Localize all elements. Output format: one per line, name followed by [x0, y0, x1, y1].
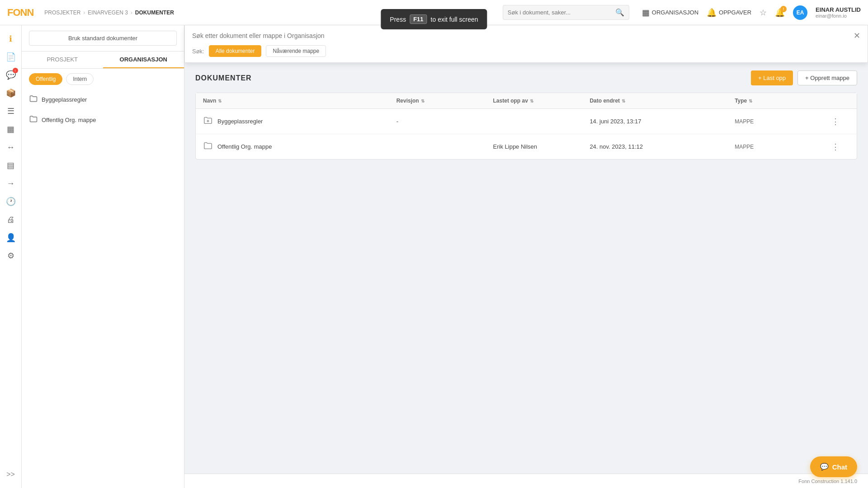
- toast-suffix: to exit full screen: [431, 16, 478, 23]
- row-name: Offentlig Org. mappe: [217, 143, 272, 150]
- search-overlay: ✕ Søk: Alle dokumenter Nåværende mappe: [184, 25, 868, 63]
- toast-key: F11: [410, 14, 427, 24]
- col-date-modified[interactable]: Dato endret ⇅: [590, 98, 735, 104]
- upload-button[interactable]: + Last opp: [751, 70, 793, 85]
- nav-actions: ▦ ORGANISASJON 🔔 OPPGAVER ☆ 🔔 ! EA EINAR…: [642, 5, 861, 20]
- sidebar-item-user[interactable]: 👤: [3, 230, 19, 246]
- col-actions: [831, 98, 849, 104]
- tab-bar: PROSJEKT ORGANISASJON: [22, 52, 184, 69]
- std-docs-button[interactable]: Bruk standard dokumenter: [29, 31, 177, 46]
- filter-offentlig[interactable]: Offentlig: [29, 73, 62, 85]
- filter-row: Offentlig Intern: [22, 69, 184, 89]
- table-row[interactable]: Offentlig Org. mappe Erik Lippe Nilsen 2…: [196, 134, 857, 159]
- sidebar-item-settings[interactable]: ⚙: [3, 248, 19, 264]
- org-button[interactable]: ▦ ORGANISASJON: [642, 8, 698, 18]
- sort-icon-revision: ⇅: [421, 99, 425, 103]
- row-more[interactable]: ⋮: [831, 142, 849, 152]
- documents-table: Navn ⇅ Revisjon ⇅ Lastet opp av ⇅ Dato e…: [195, 93, 857, 160]
- tasks-button[interactable]: 🔔 OPPGAVER: [707, 8, 751, 18]
- sidebar-item-list[interactable]: ☰: [3, 103, 19, 119]
- docs-title: DOKUMENTER: [195, 74, 252, 82]
- tab-organisasjon[interactable]: ORGANISASJON: [103, 52, 184, 68]
- table-header: Navn ⇅ Revisjon ⇅ Lastet opp av ⇅ Dato e…: [196, 93, 857, 109]
- row-more[interactable]: ⋮: [831, 117, 849, 127]
- chat-button[interactable]: 💬 Chat: [810, 456, 857, 477]
- sort-icon-name: ⇅: [218, 99, 222, 103]
- favorites-button[interactable]: ☆: [760, 8, 767, 18]
- col-name[interactable]: Navn ⇅: [203, 98, 396, 104]
- row-date-modified: 14. juni 2023, 13:17: [590, 118, 735, 125]
- sidebar-item-login[interactable]: →: [3, 175, 19, 192]
- chat-label: Chat: [832, 463, 847, 471]
- list-item-name: Byggeplassregler: [42, 96, 87, 103]
- user-email: einar@fonn.io: [816, 13, 861, 19]
- row-name-cell: Offentlig Org. mappe: [203, 141, 396, 153]
- col-uploaded-by[interactable]: Lastet opp av ⇅: [493, 98, 590, 104]
- sidebar-item-packages[interactable]: 📦: [3, 85, 19, 101]
- row-uploaded-by: Erik Lippe Nilsen: [493, 143, 590, 150]
- sort-icon-uploaded: ⇅: [530, 99, 533, 103]
- tasks-label: OPPGAVER: [719, 9, 751, 16]
- breadcrumb-einarvegen[interactable]: EINARVEGEN 3: [88, 9, 127, 16]
- breadcrumb: PROSJEKTER › EINARVEGEN 3 › DOKUMENTER: [44, 9, 174, 16]
- row-name-cell: Byggeplassregler: [203, 115, 396, 127]
- col-revision[interactable]: Revisjon ⇅: [396, 98, 493, 104]
- search-all-docs-button[interactable]: Alle dokumenter: [209, 45, 262, 57]
- global-search-input[interactable]: [508, 9, 612, 16]
- main-content: DOKUMENTER + Last opp + Opprett mappe Na…: [184, 25, 868, 488]
- org-icon: ▦: [642, 8, 650, 18]
- sidebar-item-docs[interactable]: 📄: [3, 49, 19, 65]
- sidebar: ℹ 📄 💬 ! 📦 ☰ ▦ ↔ ▤ → 🕐 🖨 👤 ⚙ >>: [0, 25, 22, 488]
- fullscreen-toast: Press F11 to exit full screen: [381, 9, 487, 29]
- sidebar-item-history[interactable]: 🕐: [3, 193, 19, 210]
- sidebar-item-chat[interactable]: 💬 !: [3, 67, 19, 83]
- folder-icon-byggeplassregler: [29, 94, 38, 105]
- table-row[interactable]: Byggeplassregler - 14. juni 2023, 13:17 …: [196, 109, 857, 134]
- search-label: Søk:: [192, 48, 204, 55]
- user-info: EINAR AUSTLID einar@fonn.io: [816, 6, 861, 19]
- row-folder-icon: [203, 141, 213, 153]
- second-panel: Bruk standard dokumenter PROSJEKT ORGANI…: [22, 25, 184, 488]
- row-type: MAPPE: [735, 144, 831, 150]
- sidebar-item-info[interactable]: ℹ: [3, 31, 19, 47]
- list-item-name: Offentlig Org. mappe: [42, 117, 96, 123]
- sort-icon-date: ⇅: [622, 99, 625, 103]
- search-overlay-input[interactable]: [192, 32, 849, 39]
- filter-intern[interactable]: Intern: [66, 73, 94, 85]
- row-more-button[interactable]: ⋮: [831, 142, 840, 152]
- user-name: EINAR AUSTLID: [816, 6, 861, 13]
- panel-actions: Bruk standard dokumenter: [22, 25, 184, 52]
- sidebar-expand-button[interactable]: >>: [3, 466, 19, 483]
- tasks-icon: 🔔: [707, 8, 717, 18]
- toast-prefix: Press: [390, 16, 406, 23]
- chat-icon: 💬: [820, 463, 829, 471]
- notification-badge: !: [780, 6, 787, 12]
- create-folder-button[interactable]: + Opprett mappe: [797, 70, 857, 85]
- search-filter-row: Søk: Alle dokumenter Nåværende mappe: [192, 45, 860, 57]
- sidebar-item-transfer[interactable]: ↔: [3, 139, 19, 155]
- row-name: Byggeplassregler: [217, 118, 263, 125]
- sidebar-item-print[interactable]: 🖨: [3, 211, 19, 228]
- col-type[interactable]: Type ⇅: [735, 98, 831, 104]
- search-current-folder-button[interactable]: Nåværende mappe: [266, 45, 326, 57]
- row-type: MAPPE: [735, 118, 831, 125]
- breadcrumb-current: DOKUMENTER: [135, 9, 174, 16]
- search-close-button[interactable]: ✕: [854, 31, 860, 41]
- list-item[interactable]: Byggeplassregler: [22, 89, 184, 110]
- row-date-modified: 24. nov. 2023, 11:12: [590, 143, 735, 150]
- folder-icon-offentlig: [29, 114, 38, 126]
- avatar: EA: [793, 5, 807, 20]
- chat-badge: !: [13, 68, 18, 73]
- header-actions: + Last opp + Opprett mappe: [751, 70, 857, 85]
- sidebar-item-menu[interactable]: ▤: [3, 157, 19, 174]
- sidebar-item-grid[interactable]: ▦: [3, 121, 19, 137]
- notifications-button[interactable]: 🔔 !: [775, 8, 785, 18]
- tab-prosjekt[interactable]: PROSJEKT: [22, 52, 103, 68]
- list-item[interactable]: Offentlig Org. mappe: [22, 110, 184, 130]
- global-search-button[interactable]: 🔍: [615, 8, 624, 17]
- logo: FONN: [7, 7, 33, 19]
- row-more-button[interactable]: ⋮: [831, 117, 840, 127]
- org-label: ORGANISASJON: [652, 9, 698, 16]
- breadcrumb-prosjekter[interactable]: PROSJEKTER: [44, 9, 80, 16]
- global-search-bar[interactable]: 🔍: [503, 5, 629, 20]
